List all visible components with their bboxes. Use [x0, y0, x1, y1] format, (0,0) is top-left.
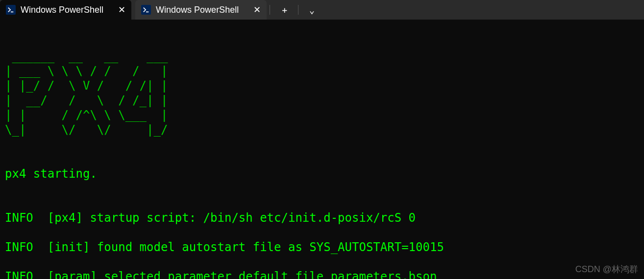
powershell-icon: [141, 5, 151, 15]
powershell-icon: [6, 5, 16, 15]
tab-separator: [298, 5, 298, 15]
watermark: CSDN @林鸿群: [575, 263, 638, 275]
tab-powershell-active[interactable]: Windows PowerShell ✕: [0, 0, 131, 20]
tab-actions: + ⌄: [273, 3, 323, 17]
log-line: INFO [init] found model autostart file a…: [5, 240, 639, 255]
tab-powershell-inactive[interactable]: Windows PowerShell ✕: [135, 0, 267, 20]
starting-line: px4 starting.: [5, 166, 639, 181]
tab-dropdown-button[interactable]: ⌄: [305, 3, 319, 17]
tab-title: Windows PowerShell: [21, 5, 103, 15]
close-icon[interactable]: ✕: [244, 4, 261, 15]
log-line: INFO [param] selected parameter default …: [5, 269, 639, 279]
log-line: INFO [px4] startup script: /bin/sh etc/i…: [5, 210, 639, 225]
ascii-art-px4: ______ __ __ ___ | ___ \ \ \ / / / | | |…: [5, 49, 639, 137]
terminal-output[interactable]: ______ __ __ ___ | ___ \ \ \ / / / | | |…: [0, 20, 644, 279]
close-icon[interactable]: ✕: [108, 4, 125, 15]
tab-title: Windows PowerShell: [156, 5, 239, 15]
tab-bar: Windows PowerShell ✕ Windows PowerShell …: [0, 0, 644, 20]
tab-separator: [270, 5, 270, 15]
new-tab-button[interactable]: +: [278, 3, 291, 17]
